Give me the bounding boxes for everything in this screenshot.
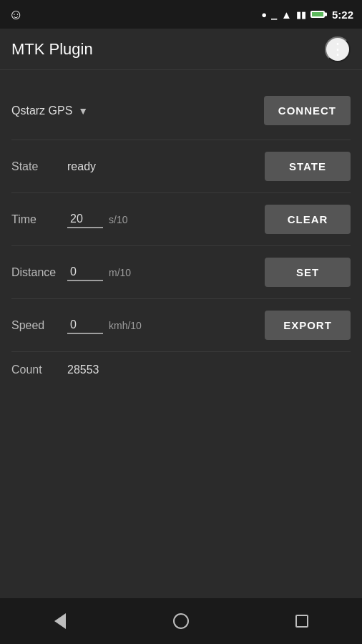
clear-button[interactable]: CLEAR xyxy=(265,205,351,234)
time-input[interactable] xyxy=(67,211,103,228)
status-time: 5:22 xyxy=(332,9,353,21)
back-icon xyxy=(54,613,66,629)
count-row: Count 28553 xyxy=(11,352,351,388)
app-bar: MTK Plugin ⋮ xyxy=(0,29,362,70)
more-menu-button[interactable]: ⋮ xyxy=(325,36,351,62)
speed-unit: kmh/10 xyxy=(109,320,142,331)
bluetooth-icon: ⎯ xyxy=(271,9,277,20)
distance-row: Distance m/10 SET xyxy=(11,246,351,299)
export-button[interactable]: EXPORT xyxy=(265,311,351,340)
count-label: Count xyxy=(11,364,62,376)
state-row: State ready STATE xyxy=(11,140,351,193)
speed-row-left: Speed kmh/10 xyxy=(11,317,265,334)
count-value: 28553 xyxy=(67,364,99,376)
wifi-icon: ▲ xyxy=(281,9,292,21)
set-button[interactable]: SET xyxy=(265,258,351,287)
time-unit: s/10 xyxy=(109,214,127,225)
home-icon xyxy=(173,613,189,629)
distance-unit: m/10 xyxy=(109,267,131,278)
chevron-down-icon[interactable]: ▼ xyxy=(78,105,88,117)
android-icon: ☺ xyxy=(9,6,23,23)
connect-button[interactable]: CONNECT xyxy=(264,96,351,125)
state-label: State xyxy=(11,160,62,173)
main-content: Qstarz GPS ▼ CONNECT State ready STATE T… xyxy=(0,70,362,598)
speed-label: Speed xyxy=(11,319,62,332)
navigation-bar xyxy=(0,598,362,644)
time-row-left: Time s/10 xyxy=(11,211,265,228)
recents-button[interactable] xyxy=(280,607,323,635)
time-label: Time xyxy=(11,213,62,226)
status-bar: ☺ ● ⎯ ▲ ▮▮ 5:22 xyxy=(0,0,362,29)
connect-row: Qstarz GPS ▼ CONNECT xyxy=(11,84,351,140)
gps-dropdown-container: Qstarz GPS ▼ xyxy=(11,104,255,117)
state-button[interactable]: STATE xyxy=(265,152,351,181)
back-button[interactable] xyxy=(39,607,82,635)
speed-input[interactable] xyxy=(67,317,103,334)
distance-row-left: Distance m/10 xyxy=(11,264,265,281)
recents-icon xyxy=(295,615,308,628)
state-value: ready xyxy=(67,160,96,173)
state-row-left: State ready xyxy=(11,160,265,173)
status-bar-right: ● ⎯ ▲ ▮▮ 5:22 xyxy=(261,9,353,21)
battery-icon xyxy=(310,11,325,18)
signal-icon: ▮▮ xyxy=(296,9,306,20)
time-row: Time s/10 CLEAR xyxy=(11,193,351,246)
speed-row: Speed kmh/10 EXPORT xyxy=(11,299,351,352)
distance-label: Distance xyxy=(11,266,62,279)
distance-input[interactable] xyxy=(67,264,103,281)
app-title: MTK Plugin xyxy=(11,40,93,59)
gps-dropdown-label: Qstarz GPS xyxy=(11,104,72,117)
home-button[interactable] xyxy=(160,607,202,635)
location-icon: ● xyxy=(261,9,267,20)
status-bar-left: ☺ xyxy=(9,6,23,23)
